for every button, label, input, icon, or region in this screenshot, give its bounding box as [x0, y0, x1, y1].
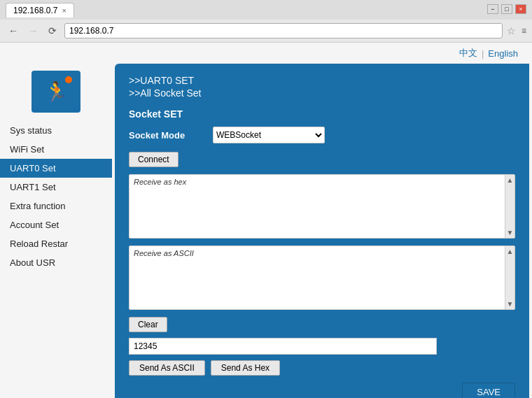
- lang-zh-btn[interactable]: 中文: [459, 47, 477, 59]
- send-input-row: [129, 338, 515, 360]
- reload-btn[interactable]: ⟳: [45, 23, 60, 38]
- content-header1: >>UART0 SET: [129, 75, 515, 86]
- receive-ascii-body: Receive as ASCII: [130, 246, 514, 309]
- back-btn[interactable]: ←: [6, 23, 21, 38]
- logo-figure: 🏃: [44, 80, 69, 104]
- logo-box: 🏃: [31, 71, 80, 113]
- receive-ascii-container: Receive as ASCII ▲ ▼: [129, 246, 515, 310]
- menu-icon[interactable]: ≡: [522, 26, 526, 36]
- send-buttons-row: Send As ASCII Send As Hex: [129, 360, 515, 376]
- sidebar-item-sys-status[interactable]: Sys status: [0, 121, 112, 140]
- lang-divider: |: [482, 48, 484, 59]
- minimize-btn[interactable]: −: [487, 4, 498, 14]
- tab-close-btn[interactable]: ×: [62, 6, 66, 15]
- window-controls: − □ ×: [487, 4, 526, 14]
- sidebar-item-reload-restart[interactable]: Reload Restar: [0, 234, 112, 253]
- connect-button[interactable]: Connect: [129, 152, 178, 167]
- sidebar-item-uart0-set[interactable]: UART0 Set: [0, 159, 112, 178]
- save-row: SAVE: [129, 383, 515, 398]
- send-input[interactable]: [129, 338, 437, 355]
- browser-tab[interactable]: 192.168.0.7 ×: [6, 3, 74, 17]
- socket-mode-row: Socket Mode WEBSocket TCP Client TCP Ser…: [129, 127, 515, 143]
- logo-dot: [65, 76, 72, 83]
- language-bar: 中文 | English: [0, 43, 532, 64]
- clear-button[interactable]: Clear: [129, 317, 167, 332]
- sidebar-item-uart1-set[interactable]: UART1 Set: [0, 178, 112, 197]
- address-bar[interactable]: [64, 23, 503, 38]
- receive-hex-body: Receive as hex: [130, 175, 514, 238]
- sidebar: 🏃 Sys status WiFi Set UART0 Set UART1 Se…: [0, 64, 112, 398]
- receive-hex-container: Receive as hex ▲ ▼: [129, 174, 515, 239]
- scroll-up-arrow2[interactable]: ▲: [507, 248, 514, 255]
- send-hex-button[interactable]: Send As Hex: [211, 360, 280, 376]
- close-btn[interactable]: ×: [515, 4, 526, 14]
- scroll-down-arrow[interactable]: ▼: [507, 229, 514, 236]
- sidebar-item-extra-function[interactable]: Extra function: [0, 197, 112, 215]
- receive-hex-scrollbar[interactable]: ▲ ▼: [505, 175, 514, 238]
- send-ascii-button[interactable]: Send As ASCII: [129, 360, 205, 376]
- scroll-down-arrow2[interactable]: ▼: [507, 300, 514, 308]
- receive-ascii-label: Receive as ASCII: [130, 246, 514, 260]
- socket-mode-select[interactable]: WEBSocket TCP Client TCP Server UDP: [213, 127, 325, 143]
- content-header2: >>All Socket Set: [129, 87, 515, 99]
- lang-en-btn[interactable]: English: [488, 48, 518, 59]
- receive-ascii-scrollbar[interactable]: ▲ ▼: [505, 246, 514, 309]
- logo-area: 🏃: [0, 71, 112, 113]
- receive-hex-label: Receive as hex: [130, 175, 514, 189]
- sidebar-item-about-usr[interactable]: About USR: [0, 253, 112, 272]
- scroll-up-arrow[interactable]: ▲: [507, 176, 514, 184]
- sidebar-item-account-set[interactable]: Account Set: [0, 215, 112, 234]
- maximize-btn[interactable]: □: [501, 4, 512, 14]
- socket-mode-label: Socket Mode: [129, 130, 213, 141]
- save-button[interactable]: SAVE: [462, 383, 515, 398]
- sidebar-item-wifi-set[interactable]: WiFi Set: [0, 140, 112, 159]
- section-title: Socket SET: [129, 108, 515, 120]
- forward-btn[interactable]: →: [25, 23, 41, 38]
- tab-title: 192.168.0.7: [13, 6, 57, 15]
- bookmark-icon[interactable]: ☆: [507, 25, 516, 36]
- main-content: >>UART0 SET >>All Socket Set Socket SET …: [115, 64, 529, 398]
